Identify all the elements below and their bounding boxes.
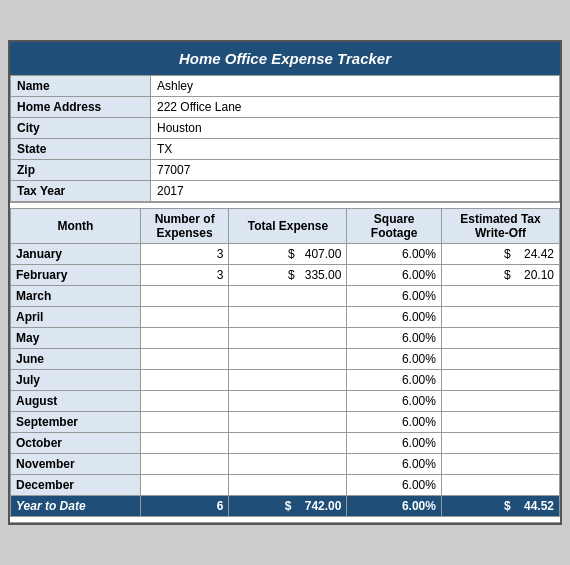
tax-cell: $ 24.42 (441, 244, 559, 265)
tax-cell (441, 328, 559, 349)
info-row-zip: Zip 77007 (11, 160, 560, 181)
num-cell (140, 391, 229, 412)
totals-sq: 6.00% (347, 496, 441, 517)
taxyear-label: Tax Year (11, 181, 151, 202)
num-cell (140, 328, 229, 349)
header-num-expenses: Number of Expenses (140, 209, 229, 244)
total-cell (229, 391, 347, 412)
month-cell: December (11, 475, 141, 496)
table-row: June 6.00% (11, 349, 560, 370)
table-row: April 6.00% (11, 307, 560, 328)
sq-cell: 6.00% (347, 328, 441, 349)
tax-cell (441, 475, 559, 496)
sq-cell: 6.00% (347, 454, 441, 475)
name-label: Name (11, 76, 151, 97)
month-cell: May (11, 328, 141, 349)
month-cell: February (11, 265, 141, 286)
total-cell (229, 286, 347, 307)
total-cell (229, 454, 347, 475)
tax-cell (441, 370, 559, 391)
header-square-footage: Square Footage (347, 209, 441, 244)
totals-tax: $ 44.52 (441, 496, 559, 517)
total-cell (229, 370, 347, 391)
num-cell: 3 (140, 265, 229, 286)
state-value: TX (151, 139, 560, 160)
num-cell: 3 (140, 244, 229, 265)
name-value: Ashley (151, 76, 560, 97)
table-row: October 6.00% (11, 433, 560, 454)
tax-cell (441, 454, 559, 475)
sq-cell: 6.00% (347, 475, 441, 496)
table-row: November 6.00% (11, 454, 560, 475)
info-row-state: State TX (11, 139, 560, 160)
total-cell (229, 307, 347, 328)
tax-cell (441, 433, 559, 454)
table-header-row: Month Number of Expenses Total Expense S… (11, 209, 560, 244)
tax-cell (441, 286, 559, 307)
city-value: Houston (151, 118, 560, 139)
sq-cell: 6.00% (347, 370, 441, 391)
num-cell (140, 370, 229, 391)
total-cell: $ 407.00 (229, 244, 347, 265)
num-cell (140, 412, 229, 433)
month-cell: October (11, 433, 141, 454)
month-cell: April (11, 307, 141, 328)
totals-total: $ 742.00 (229, 496, 347, 517)
month-cell: September (11, 412, 141, 433)
table-row: August 6.00% (11, 391, 560, 412)
sq-cell: 6.00% (347, 244, 441, 265)
table-row: May 6.00% (11, 328, 560, 349)
expense-table: Month Number of Expenses Total Expense S… (10, 208, 560, 517)
tax-cell (441, 307, 559, 328)
header-month: Month (11, 209, 141, 244)
total-cell (229, 475, 347, 496)
info-row-taxyear: Tax Year 2017 (11, 181, 560, 202)
city-label: City (11, 118, 151, 139)
total-cell: $ 335.00 (229, 265, 347, 286)
bottom-spacer (10, 517, 560, 523)
sq-cell: 6.00% (347, 307, 441, 328)
num-cell (140, 433, 229, 454)
table-row: July 6.00% (11, 370, 560, 391)
state-label: State (11, 139, 151, 160)
tax-cell (441, 412, 559, 433)
table-row: December 6.00% (11, 475, 560, 496)
info-table: Name Ashley Home Address 222 Office Lane… (10, 75, 560, 202)
table-row: September 6.00% (11, 412, 560, 433)
month-cell: June (11, 349, 141, 370)
sq-cell: 6.00% (347, 265, 441, 286)
total-cell (229, 349, 347, 370)
header-tax-writeoff: Estimated Tax Write-Off (441, 209, 559, 244)
month-cell: January (11, 244, 141, 265)
zip-label: Zip (11, 160, 151, 181)
num-cell (140, 307, 229, 328)
totals-row: Year to Date 6 $ 742.00 6.00% $ 44.52 (11, 496, 560, 517)
sq-cell: 6.00% (347, 349, 441, 370)
sq-cell: 6.00% (347, 391, 441, 412)
month-cell: March (11, 286, 141, 307)
address-value: 222 Office Lane (151, 97, 560, 118)
table-row: March 6.00% (11, 286, 560, 307)
num-cell (140, 475, 229, 496)
tracker-container: Home Office Expense Tracker Name Ashley … (8, 40, 562, 525)
info-row-city: City Houston (11, 118, 560, 139)
info-row-address: Home Address 222 Office Lane (11, 97, 560, 118)
taxyear-value: 2017 (151, 181, 560, 202)
month-cell: August (11, 391, 141, 412)
info-row-name: Name Ashley (11, 76, 560, 97)
zip-value: 77007 (151, 160, 560, 181)
num-cell (140, 349, 229, 370)
total-cell (229, 412, 347, 433)
header-total-expense: Total Expense (229, 209, 347, 244)
address-label: Home Address (11, 97, 151, 118)
total-cell (229, 433, 347, 454)
tracker-title: Home Office Expense Tracker (10, 42, 560, 75)
tax-cell: $ 20.10 (441, 265, 559, 286)
num-cell (140, 286, 229, 307)
sq-cell: 6.00% (347, 412, 441, 433)
num-cell (140, 454, 229, 475)
month-cell: July (11, 370, 141, 391)
sq-cell: 6.00% (347, 433, 441, 454)
sq-cell: 6.00% (347, 286, 441, 307)
tax-cell (441, 349, 559, 370)
